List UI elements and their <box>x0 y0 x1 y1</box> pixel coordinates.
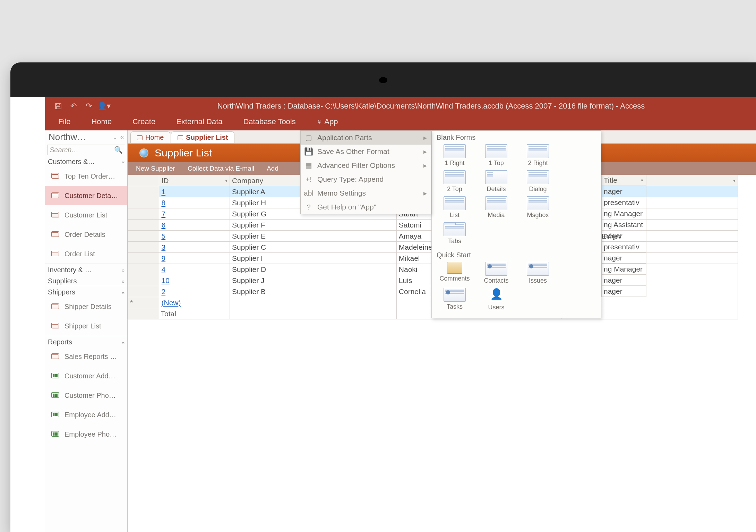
nav-item[interactable]: Customer List <box>45 205 127 225</box>
cell-title[interactable]: nager <box>601 186 646 197</box>
cell-company[interactable]: Supplier F <box>230 220 397 231</box>
gallery-item[interactable]: 1 Right <box>435 144 474 167</box>
gallery-item[interactable]: Contacts <box>477 262 516 284</box>
ribbon-tab-home[interactable]: Home <box>88 115 115 130</box>
nav-group-header[interactable]: Shippers« <box>45 286 127 297</box>
row-selector[interactable] <box>128 208 159 220</box>
cell-id[interactable]: 4 <box>159 264 230 275</box>
cell-id[interactable]: 9 <box>159 253 230 264</box>
menu-item[interactable]: ▢Application Parts▶ <box>301 131 431 145</box>
row-selector[interactable] <box>128 186 159 197</box>
nav-item[interactable]: Top Ten Order… <box>45 166 127 186</box>
nav-item[interactable]: Shipper Details <box>45 297 127 316</box>
row-selector[interactable] <box>128 264 159 275</box>
nav-title[interactable]: Northw… ⌄ « <box>45 130 127 143</box>
ribbon-tab-create[interactable]: Create <box>129 115 159 130</box>
cell-title[interactable]: nager <box>601 275 646 286</box>
gallery-item[interactable]: Dialog <box>518 170 557 193</box>
app-menu[interactable]: ▢Application Parts▶💾Save As Other Format… <box>300 130 431 214</box>
add-link[interactable]: Add <box>267 165 278 172</box>
gallery-item[interactable]: 1 Top <box>477 144 516 167</box>
cell-title[interactable]: presentativ <box>601 197 646 208</box>
row-selector[interactable] <box>128 231 159 242</box>
cell-id[interactable]: 8 <box>159 197 230 208</box>
cell-id[interactable]: 3 <box>159 242 230 253</box>
cell-title[interactable]: presentativ <box>601 241 646 252</box>
row-selector[interactable] <box>128 286 159 297</box>
row-selector[interactable] <box>128 253 159 264</box>
cell-company[interactable]: Supplier E <box>230 231 397 242</box>
gallery-item[interactable]: 2 Top <box>435 170 474 193</box>
gallery-item[interactable]: List <box>435 196 474 219</box>
cell-company[interactable]: Supplier B <box>230 286 397 297</box>
menu-item[interactable]: ?Get Help on "App" <box>301 200 431 214</box>
user-icon[interactable]: 👤▾ <box>96 98 112 114</box>
undo-icon[interactable]: ↶ <box>66 98 81 114</box>
cell-title[interactable]: nager <box>601 286 646 297</box>
gallery-item[interactable]: Msgbox <box>518 196 557 219</box>
cell-id[interactable]: 2 <box>159 286 230 297</box>
application-parts-gallery[interactable]: Blank Forms1 Right1 Top2 Right2 TopDetai… <box>431 130 601 318</box>
gallery-item[interactable]: Comments <box>435 262 474 284</box>
ribbon-tab-external-data[interactable]: External Data <box>173 115 226 130</box>
redo-icon[interactable]: ↷ <box>81 98 96 114</box>
cell-title[interactable]: ng Manager <box>601 208 646 219</box>
gallery-item[interactable]: Users <box>477 288 516 311</box>
document-tab[interactable]: Home <box>130 131 170 143</box>
gallery-item[interactable]: Media <box>477 196 516 219</box>
cell-title[interactable]: nager <box>601 252 646 264</box>
chevron-down-icon[interactable]: ⌄ <box>112 134 118 141</box>
shutter-icon[interactable]: « <box>120 134 124 141</box>
cell-company[interactable]: Supplier C <box>230 242 397 253</box>
nav-group-header[interactable]: Suppliers» <box>45 275 127 286</box>
cell-company[interactable]: Supplier I <box>230 253 397 264</box>
nav-group-header[interactable]: Inventory & …» <box>45 264 127 275</box>
column-header-title[interactable]: Title ▼ <box>601 175 646 186</box>
chevron-down-icon[interactable]: ▼ <box>732 179 736 183</box>
gallery-item[interactable]: Details <box>477 170 516 193</box>
gallery-item[interactable]: 2 Right <box>518 144 557 167</box>
chevron-down-icon[interactable]: ▼ <box>224 179 228 183</box>
cell-id[interactable]: 7 <box>159 208 230 220</box>
row-selector[interactable] <box>128 220 159 231</box>
cell-id[interactable]: 5 <box>159 231 230 242</box>
ribbon-tab-database-tools[interactable]: Database Tools <box>240 115 299 130</box>
cell-id[interactable]: 6 <box>159 220 230 231</box>
cell-company[interactable]: Supplier D <box>230 264 397 275</box>
row-selector-header[interactable] <box>128 175 159 186</box>
document-tab[interactable]: Supplier List <box>171 131 234 143</box>
nav-search-input[interactable]: Search… 🔍 <box>47 145 125 155</box>
collect-data-link[interactable]: Collect Data via E-mail <box>188 165 254 172</box>
menu-item[interactable]: 💾Save As Other Format▶ <box>301 145 431 158</box>
tell-me-box[interactable]: ♀ App <box>313 115 342 130</box>
ribbon-tab-file[interactable]: File <box>55 115 74 130</box>
nav-item[interactable]: Order Details <box>45 225 127 244</box>
nav-item[interactable]: Sales Reports … <box>45 347 127 366</box>
gallery-item[interactable]: Issues <box>518 262 557 284</box>
chevron-down-icon[interactable]: ▼ <box>640 178 644 182</box>
menu-item[interactable]: ablMemo Settings▶ <box>301 186 431 200</box>
cell-title[interactable]: ng Manager <box>601 264 646 275</box>
new-supplier-link[interactable]: New Supplier <box>136 165 175 172</box>
cell-title[interactable]: ng Assistant <box>601 219 646 230</box>
nav-item[interactable]: Employee Pho… <box>45 424 127 444</box>
nav-group-header[interactable]: Customers &…« <box>45 156 127 166</box>
nav-item[interactable]: Customer Add… <box>45 366 127 386</box>
gallery-item[interactable]: Tabs <box>435 222 474 245</box>
row-selector[interactable] <box>128 197 159 208</box>
column-header[interactable]: ID▼ <box>159 175 230 186</box>
nav-item[interactable]: Order List <box>45 244 127 264</box>
nav-item[interactable]: Shipper List <box>45 316 127 336</box>
nav-item[interactable]: Customer Deta… <box>45 186 127 205</box>
menu-item[interactable]: ▤Advanced Filter Options▶ <box>301 158 431 172</box>
nav-group-header[interactable]: Reports« <box>45 336 127 347</box>
cell-title[interactable]: nager <box>601 230 646 241</box>
nav-item[interactable]: Customer Pho… <box>45 386 127 405</box>
gallery-item[interactable]: Tasks <box>435 288 474 311</box>
save-icon[interactable] <box>51 98 66 114</box>
search-icon[interactable]: 🔍 <box>114 146 123 154</box>
cell-id[interactable]: 1 <box>159 186 230 197</box>
cell-id[interactable]: 10 <box>159 275 230 286</box>
cell-company[interactable]: Supplier J <box>230 275 397 286</box>
row-selector[interactable] <box>128 275 159 286</box>
